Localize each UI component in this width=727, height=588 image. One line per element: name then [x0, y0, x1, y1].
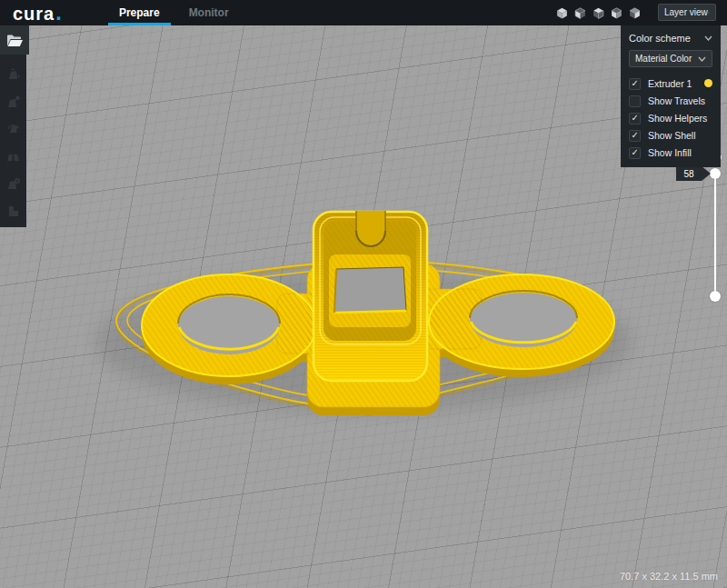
tab-monitor[interactable]: Monitor: [174, 0, 244, 25]
chevron-down-icon[interactable]: [704, 35, 712, 41]
show-shell-checkbox[interactable]: [629, 130, 641, 142]
mirror-tool-icon[interactable]: [5, 149, 21, 164]
tab-prepare[interactable]: Prepare: [105, 0, 174, 25]
chevron-down-icon: [698, 56, 706, 62]
option-show-helpers: Show Helpers: [629, 112, 712, 125]
show-travels-checkbox[interactable]: [629, 95, 641, 107]
extruder-1-color-swatch[interactable]: [704, 79, 712, 87]
right-view-icon[interactable]: [628, 6, 642, 20]
support-blocker-tool-icon[interactable]: [5, 204, 21, 219]
scale-tool-icon[interactable]: [5, 95, 21, 110]
move-tool-icon[interactable]: [5, 67, 21, 83]
option-show-travels: Show Travels: [629, 95, 712, 107]
extruder-1-checkbox[interactable]: [629, 78, 641, 90]
layer-slider-top-handle[interactable]: [710, 168, 721, 179]
stage-tabs: Prepare Monitor: [105, 0, 244, 25]
top-view-icon[interactable]: [592, 6, 605, 20]
open-file-button[interactable]: [0, 25, 29, 55]
cura-logo: cura.: [13, 2, 63, 24]
option-show-infill: Show Infill: [629, 146, 712, 159]
center-tower: [314, 211, 427, 381]
left-view-icon[interactable]: [610, 6, 623, 20]
open-folder-icon: [6, 34, 24, 47]
show-helpers-checkbox[interactable]: [629, 113, 641, 125]
top-bar: cura. Prepare Monitor Layer view: [0, 0, 727, 25]
model-dimensions-label: 70.7 x 32.2 x 11.5 mm: [620, 571, 718, 582]
color-scheme-value: Material Color: [635, 54, 692, 64]
color-scheme-dropdown[interactable]: Material Color: [629, 50, 712, 67]
layer-view-options: Extruder 1 Show Travels Show Helpers Sho…: [629, 77, 712, 159]
camera-view-buttons: [555, 0, 642, 25]
left-ring-hole: [178, 294, 280, 354]
rotate-tool-icon[interactable]: [5, 122, 21, 137]
tower-notch: [356, 211, 385, 246]
chevron-down-icon: [708, 10, 710, 15]
option-extruder-1: Extruder 1: [629, 77, 712, 90]
cura-logo-text: cura: [13, 5, 55, 23]
layer-slider-bottom-handle[interactable]: [710, 291, 721, 302]
right-ring-hole: [470, 291, 577, 347]
layer-view-panel: Color scheme Material Color Extruder 1 S…: [621, 25, 721, 167]
per-model-settings-tool-icon[interactable]: [5, 176, 21, 192]
tool-rail: [0, 55, 26, 227]
layer-slider-track[interactable]: [714, 174, 716, 296]
3d-view-icon[interactable]: [555, 6, 569, 20]
option-show-shell: Show Shell: [629, 129, 712, 142]
cura-window: cura. Prepare Monitor Layer view: [0, 0, 727, 588]
show-infill-checkbox[interactable]: [629, 147, 641, 159]
color-scheme-label: Color scheme: [629, 33, 691, 44]
front-view-icon[interactable]: [573, 6, 587, 20]
printed-model[interactable]: [0, 25, 727, 588]
view-mode-value: Layer view: [664, 7, 708, 17]
cura-logo-dot: .: [55, 2, 63, 24]
tower-square-hole: [334, 267, 406, 313]
view-mode-dropdown[interactable]: Layer view: [658, 4, 716, 21]
